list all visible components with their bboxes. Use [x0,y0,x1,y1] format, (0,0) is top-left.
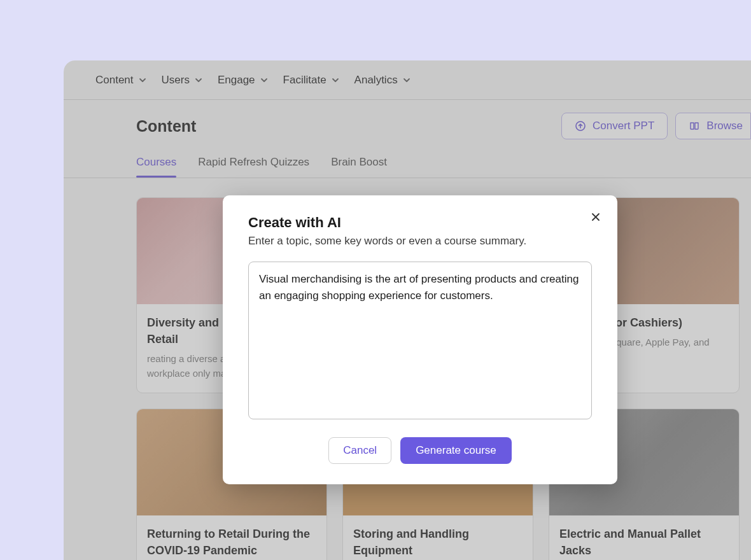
modal-subtitle: Enter a topic, some key words or even a … [248,235,592,248]
close-icon[interactable] [587,208,605,226]
modal-title: Create with AI [248,214,592,231]
generate-course-button[interactable]: Generate course [400,437,512,464]
topic-input[interactable] [248,262,592,419]
create-with-ai-modal: Create with AI Enter a topic, some key w… [223,195,617,484]
cancel-button[interactable]: Cancel [328,437,391,464]
